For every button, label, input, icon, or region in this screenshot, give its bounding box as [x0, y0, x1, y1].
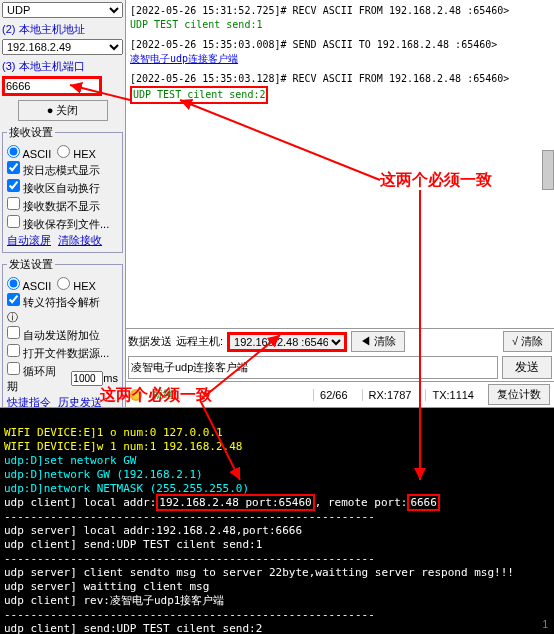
loop-period-check[interactable]: [7, 362, 20, 375]
credit-text: 1: [542, 619, 548, 630]
local-addr-highlight: 192.168.2.48 port:65460: [156, 494, 314, 511]
send-hex-radio[interactable]: [57, 277, 70, 290]
reset-count-button[interactable]: 复位计数: [488, 384, 550, 405]
recv-hide-check[interactable]: [7, 197, 20, 210]
escape-parse-check[interactable]: [7, 293, 20, 306]
history-send-link[interactable]: 历史发送: [58, 396, 102, 407]
scrollbar[interactable]: [542, 150, 554, 190]
log-line: [2022-05-26 15:35:03.128]# RECV ASCII FR…: [130, 72, 550, 86]
log-area: [2022-05-26 15:31:52.725]# RECV ASCII FR…: [126, 0, 554, 328]
local-port-input[interactable]: [2, 76, 102, 96]
recv-ascii-radio[interactable]: [7, 145, 20, 158]
recv-legend: 接收设置: [7, 125, 55, 140]
local-port-label: (3) 本地主机端口: [2, 59, 123, 74]
quick-cmd-link[interactable]: 快捷指令: [7, 396, 51, 407]
auto-append-check[interactable]: [7, 326, 20, 339]
log-line-highlighted: UDP TEST cilent send:2: [130, 86, 268, 104]
recv-settings-group: 接收设置 ASCII HEX 按日志模式显示 接收区自动换行 接收数据不显示 接…: [2, 125, 123, 253]
remote-port-highlight: 6666: [407, 494, 440, 511]
remote-host-label: 远程主机:: [176, 334, 223, 349]
recv-log-mode-check[interactable]: [7, 161, 20, 174]
open-file-source-check[interactable]: [7, 344, 20, 357]
status-tx: TX:1114: [425, 389, 480, 401]
recv-autowrap-check[interactable]: [7, 179, 20, 192]
send-legend: 发送设置: [7, 257, 55, 272]
send-button[interactable]: 发送: [502, 356, 552, 379]
close-button[interactable]: ● 关闭: [18, 100, 108, 121]
status-ready: 就绪!: [152, 387, 177, 402]
auto-scroll-link[interactable]: 自动滚屏: [7, 234, 51, 246]
clear-recv-link[interactable]: 清除接收: [58, 234, 102, 246]
status-rx: RX:1787: [362, 389, 418, 401]
terminal-output: WIFI DEVICE:E]1 o num:0 127.0.0.1 WIFI D…: [0, 408, 554, 634]
recv-hex-radio[interactable]: [57, 145, 70, 158]
log-line: [2022-05-26 15:31:52.725]# RECV ASCII FR…: [130, 4, 550, 18]
protocol-select[interactable]: UDP: [2, 2, 123, 18]
log-line-link[interactable]: 凌智电子udp连接客户端: [130, 53, 238, 64]
clear-remote-button[interactable]: ◀ 清除: [351, 331, 405, 352]
send-settings-group: 发送设置 ASCII HEX 转义符指令解析 ⓘ 自动发送附加位 打开文件数据源…: [2, 257, 123, 407]
recv-save-file-check[interactable]: [7, 215, 20, 228]
log-line: [2022-05-26 15:35:03.008]# SEND ASCII TO…: [130, 38, 550, 52]
log-line: UDP TEST cilent send:1: [130, 18, 550, 32]
loop-period-input[interactable]: [71, 371, 103, 386]
remote-host-select[interactable]: 192.168.2.48 :65460: [227, 332, 347, 352]
status-lamp-icon: [130, 389, 142, 401]
send-input[interactable]: [128, 356, 498, 379]
status-count: 62/66: [313, 389, 354, 401]
send-ascii-radio[interactable]: [7, 277, 20, 290]
clear-button[interactable]: √ 清除: [503, 331, 552, 352]
local-host-label: (2) 本地主机地址: [2, 22, 123, 37]
local-host-select[interactable]: 192.168.2.49: [2, 39, 123, 55]
data-send-label: 数据发送: [128, 334, 172, 349]
